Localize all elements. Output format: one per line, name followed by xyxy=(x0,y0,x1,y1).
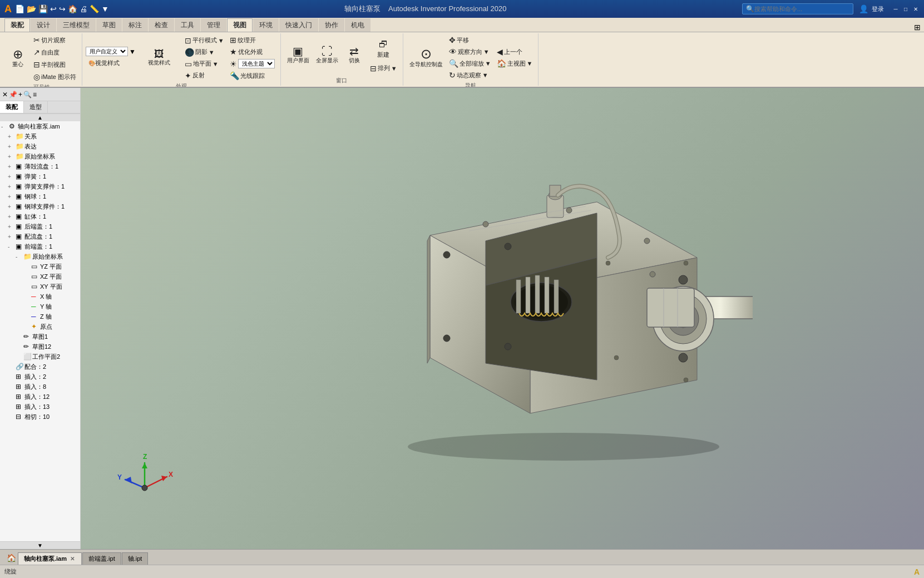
ribbon-btn-optimize[interactable]: ★ 优化外观 xyxy=(228,46,277,57)
tree-item-express[interactable]: + 📁 表达 xyxy=(0,141,80,151)
doctab-main-close[interactable]: ✕ xyxy=(69,556,76,562)
tree-item-ball-support[interactable]: + ▣ 钢球支撑件：1 xyxy=(0,201,80,211)
doctab-shaft[interactable]: 轴.ipt xyxy=(122,552,149,565)
ribbon-btn-parallel[interactable]: ⊡ 平行模式 ▼ xyxy=(182,35,226,46)
tab-tools[interactable]: 工具 xyxy=(175,18,200,32)
user-defined-select[interactable]: 用户自定义 xyxy=(86,47,128,56)
tree-item-steel-ball[interactable]: + ▣ 钢球：1 xyxy=(0,191,80,201)
sidebar-close-btn[interactable]: ✕ xyxy=(2,91,8,98)
tab-assembly[interactable]: 装配 xyxy=(4,18,30,32)
expand-qatb-icon[interactable]: ▼ xyxy=(101,4,109,13)
rc-expander[interactable]: + xyxy=(8,224,16,230)
tree-item-piston[interactable]: + ▣ 薄殻流盘：1 xyxy=(0,161,80,171)
sb-expander[interactable]: + xyxy=(8,194,16,200)
ribbon-btn-center-of-mass[interactable]: ⊕ 重心 xyxy=(6,47,30,70)
ribbon-btn-user-interface[interactable]: ▣ 用户界面 xyxy=(284,44,312,66)
fc-expander[interactable]: - xyxy=(8,244,16,250)
tree-item-origin-cs[interactable]: + 📁 原始坐标系 xyxy=(0,151,80,161)
cyl-expander[interactable]: + xyxy=(8,214,16,220)
tab-collaborate[interactable]: 协作 xyxy=(319,18,344,32)
tree-item-spring[interactable]: + ▣ 弹簧：1 xyxy=(0,171,80,181)
tree-item-sketch12[interactable]: ✏ 草图12 xyxy=(0,342,80,352)
ribbon-btn-new-window[interactable]: 🗗 新建 xyxy=(368,37,399,62)
sidebar-tab-modeling[interactable]: 造型 xyxy=(24,101,48,113)
maximize-btn[interactable]: □ xyxy=(902,5,910,13)
tree-item-workplane2[interactable]: ⬜ 工作平面2 xyxy=(0,352,80,362)
tree-item-origin-cs2[interactable]: - 📁 原始坐标系 xyxy=(0,251,80,261)
tree-item-origin[interactable]: ✦ 原点 xyxy=(0,322,80,332)
ribbon-btn-view-style[interactable]: 🖼 视觉样式 xyxy=(137,47,181,68)
tree-item-spring-support[interactable]: + ▣ 弹簧支撑件：1 xyxy=(0,181,80,191)
ribbon-expand-icon[interactable]: ⊞ xyxy=(914,23,921,32)
ribbon-btn-full-nav[interactable]: ⊙ 全导航控制盘 xyxy=(407,46,446,70)
ribbon-btn-theme[interactable]: ☀ 浅色主题 xyxy=(228,58,277,70)
tab-mech-elec[interactable]: 机电 xyxy=(345,18,370,32)
print-icon[interactable]: 🖨 xyxy=(80,4,87,13)
tab-manage[interactable]: 管理 xyxy=(201,18,226,32)
ribbon-btn-visual-style[interactable]: 🎨 视觉样式 xyxy=(86,57,136,69)
tree-item-tangent10[interactable]: ⊟ 相切：10 xyxy=(0,412,80,422)
theme-select[interactable]: 浅色主题 xyxy=(238,59,275,68)
sidebar-more-btn[interactable]: ≡ xyxy=(33,91,37,98)
sidebar-tab-assembly[interactable]: 装配 xyxy=(0,101,24,113)
spring-expander[interactable]: + xyxy=(8,174,16,180)
save-icon[interactable]: 💾 xyxy=(38,4,48,13)
ribbon-btn-shadow[interactable]: 🌑 阴影 ▼ xyxy=(182,47,226,58)
ribbon-btn-fullscreen[interactable]: ⛶ 全屏显示 xyxy=(313,44,341,66)
search-input[interactable] xyxy=(754,6,838,12)
ribbon-btn-dynamic-view[interactable]: ↻ 动态观察 ▼ xyxy=(447,70,493,81)
exp-expander[interactable]: + xyxy=(8,144,16,150)
search-box[interactable]: 🔍 xyxy=(742,3,853,14)
tree-item-insert12[interactable]: ⊞ 插入：12 xyxy=(0,392,80,402)
tab-annotate[interactable]: 标注 xyxy=(122,18,148,32)
root-expander[interactable]: - xyxy=(1,123,9,130)
close-btn[interactable]: ✕ xyxy=(912,5,920,13)
home-icon[interactable]: 🏠 xyxy=(68,4,77,13)
ribbon-btn-half-section[interactable]: ⊟ 半剖视图 xyxy=(31,59,78,70)
redo-icon[interactable]: ↪ xyxy=(59,4,66,13)
tree-item-x-axis[interactable]: ─ X 轴 xyxy=(0,292,80,302)
ribbon-btn-ground[interactable]: ▭ 地平面 ▼ xyxy=(182,58,226,70)
tree-item-cylinder[interactable]: + ▣ 缸体：1 xyxy=(0,211,80,221)
sidebar-pin-btn[interactable]: 📌 xyxy=(9,91,17,98)
ribbon-btn-freedom[interactable]: ↗ 自由度 xyxy=(31,47,78,58)
tree-item-front-cap[interactable]: - ▣ 前端盖：1 xyxy=(0,241,80,251)
ocs-expander[interactable]: + xyxy=(8,154,16,160)
scroll-up-arrow[interactable]: ▲ xyxy=(0,113,80,121)
ocs2-expander[interactable]: - xyxy=(16,254,23,260)
tree-item-insert8[interactable]: ⊞ 插入：8 xyxy=(0,382,80,392)
ribbon-btn-ray-trace[interactable]: ✦ 反射 xyxy=(182,70,226,81)
undo-icon[interactable]: ↩ xyxy=(50,4,57,13)
measure-icon[interactable]: 📏 xyxy=(90,4,99,13)
ribbon-btn-switch[interactable]: ⇄ 切换 xyxy=(342,44,367,66)
tree-item-y-axis[interactable]: ─ Y 轴 xyxy=(0,302,80,312)
tree-item-relations[interactable]: + 📁 关系 xyxy=(0,131,80,141)
open-file-icon[interactable]: 📂 xyxy=(27,4,36,13)
ribbon-btn-arrange[interactable]: ⊟ 排列 ▼ xyxy=(368,63,399,74)
ribbon-btn-imate[interactable]: ◎ iMate 图示符 xyxy=(31,71,78,82)
ribbon-btn-zoom-all[interactable]: 🔍 全部缩放 ▼ xyxy=(447,58,493,69)
ss-expander[interactable]: + xyxy=(8,184,16,190)
tree-item-insert13[interactable]: ⊞ 插入：13 xyxy=(0,402,80,412)
tab-quick-start[interactable]: 快速入门 xyxy=(279,18,318,32)
doctab-main-assembly[interactable]: 轴向柱塞泵.iam ✕ xyxy=(18,552,82,565)
tree-item-rear-cap[interactable]: + ▣ 后端盖：1 xyxy=(0,221,80,231)
tab-design[interactable]: 设计 xyxy=(31,18,56,32)
tree-item-root[interactable]: - ⚙ 轴向柱塞泵.iam xyxy=(0,121,80,131)
tree-item-z-axis[interactable]: ─ Z 轴 xyxy=(0,312,80,322)
ribbon-btn-texture[interactable]: ⊞ 纹理开 xyxy=(228,34,277,46)
valve-expander[interactable]: + xyxy=(8,234,16,240)
viewport[interactable]: X Z Y xyxy=(81,88,924,549)
tab-inspect[interactable]: 检查 xyxy=(149,18,174,32)
ribbon-btn-cut-view[interactable]: ✂ 切片观察 xyxy=(31,34,78,46)
tab-view[interactable]: 视图 xyxy=(227,18,253,32)
ribbon-btn-home-view[interactable]: 🏠 主视图 ▼ xyxy=(495,58,535,69)
sidebar-search-btn[interactable]: 🔍 xyxy=(23,91,32,98)
tree-item-mate2[interactable]: 🔗 配合：2 xyxy=(0,362,80,372)
ribbon-btn-view-direction[interactable]: 👁 观察方向 ▼ xyxy=(447,46,493,57)
tree-item-insert2[interactable]: ⊞ 插入：2 xyxy=(0,372,80,382)
tab-3d-model[interactable]: 三维模型 xyxy=(57,18,96,32)
tab-environment[interactable]: 环境 xyxy=(253,18,279,32)
tab-sketch[interactable]: 草图 xyxy=(96,18,122,32)
home-tab-btn[interactable]: 🏠 xyxy=(4,551,18,565)
